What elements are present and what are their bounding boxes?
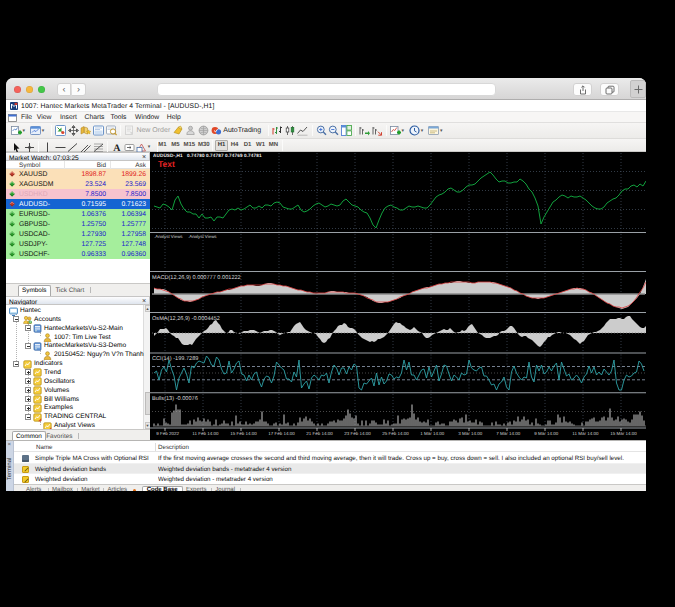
menu-file[interactable]: File [21,114,32,121]
expand-icon[interactable] [25,378,31,384]
timeframe-m5-button[interactable]: M5 [169,140,182,151]
market-watch-row-eurusd[interactable]: EURUSD-1.063761.06394 [6,209,150,219]
arrow-label-icon[interactable] [124,140,135,151]
equidistant-channel-icon[interactable] [80,140,91,151]
market-watch-tab-tick-chart[interactable]: Tick Chart [52,286,87,297]
expand-icon[interactable] [25,396,31,402]
minimize-window-button[interactable] [26,86,33,93]
line-chart-icon[interactable] [297,125,309,137]
terminal-tab-market[interactable]: Market [81,487,99,492]
chevron-down-icon[interactable]: ▾ [42,130,47,134]
text-tool-icon[interactable]: A [111,140,122,151]
terminal-row-simple-triple-ma-cross-with-optional-rsi[interactable]: Simple Triple MA Cross with Optional RSI… [14,453,646,464]
navigator-item-examples[interactable]: Examples [6,403,143,412]
market-watch-row-usdjpy[interactable]: USDJPY-127.725127.748 [6,239,150,249]
address-field[interactable] [157,83,496,96]
menu-charts[interactable]: Charts [85,114,105,121]
navigator-item-20150452-nguy-n-v-n-thanh[interactable]: 20150452: Nguy?n V?n Thanh [6,350,143,359]
market-watch-close-icon[interactable]: × [142,154,146,161]
autotrading-label[interactable]: AutoTrading [223,127,261,134]
navigator-item-analyst-views[interactable]: Analyst Views [6,421,143,429]
navigator-item-indicators[interactable]: Indicators [6,359,143,368]
tile-windows-icon[interactable] [341,125,353,137]
column-ask[interactable]: Ask [135,162,146,169]
navigator-item-trend[interactable]: Trend [6,368,143,377]
market-watch-row-usdhkd[interactable]: USDHKD7.85007.8500 [6,189,150,199]
timeframe-m1-button[interactable]: M1 [156,140,169,151]
expert-advisors-icon[interactable] [185,125,197,137]
auto-scroll-icon[interactable] [359,125,371,137]
timeframe-m15-button[interactable]: M15 [182,140,197,151]
candlestick-chart-icon[interactable] [285,125,297,137]
periods-icon[interactable] [409,125,421,137]
forward-button[interactable]: › [72,83,86,96]
terminal-tab-mailbox[interactable]: Mailbox [52,487,73,492]
terminal-tab-alerts[interactable]: Alerts [26,487,41,492]
templates-icon[interactable] [428,125,440,137]
cursor-icon[interactable] [11,140,22,151]
fibonacci-icon[interactable] [93,140,104,151]
expand-icon[interactable] [25,405,31,411]
column-bid[interactable]: Bid [97,162,106,169]
market-watch-row-gbpusd[interactable]: GBPUSD-1.257501.25777 [6,219,150,229]
navigator-scrollbar[interactable]: ▲ ▼ [143,305,150,429]
shapes-icon[interactable] [136,140,147,151]
market-watch-toggle-icon[interactable] [55,125,67,137]
chevron-down-icon[interactable]: ▾ [440,130,445,134]
menu-window[interactable]: Window [135,114,159,121]
terminal-tab-journal[interactable]: Journal [215,487,235,492]
market-watch-row-usdchf[interactable]: USDCHF-0.963330.96360 [6,249,150,259]
market-watch-row-audusd[interactable]: AUDUSD-0.715950.71623 [6,199,150,209]
zoom-out-icon[interactable] [328,125,340,137]
expand-icon[interactable] [25,369,31,375]
new-chart-icon[interactable] [11,125,23,137]
vertical-line-icon[interactable] [42,140,53,151]
navigator-item-oscillators[interactable]: Oscillators [6,377,143,386]
navigator-item-hantec[interactable]: Hantec [6,306,143,315]
market-watch-row-usdcad[interactable]: USDCAD-1.279301.27958 [6,229,150,239]
menu-help[interactable]: Help [167,114,181,121]
chevron-down-icon[interactable]: ▾ [23,130,28,134]
navigator-item-accounts[interactable]: Accounts [6,315,143,324]
autotrading-icon[interactable] [211,125,223,137]
close-window-button[interactable] [14,86,21,93]
strategy-tester-icon[interactable] [106,125,118,137]
market-watch-row-xauusd[interactable]: XAUUSD1898.871899.26 [6,169,150,179]
chevron-down-icon[interactable]: ▾ [421,130,426,134]
back-button[interactable]: ‹ [57,83,71,96]
collapse-icon[interactable] [13,316,19,322]
navigator-item-volumes[interactable]: Volumes [6,386,143,395]
navigator-item-hantecmarketsvu-s2-main[interactable]: HantecMarketsVu-S2-Main [6,324,143,333]
navigator-item-trading-central[interactable]: TRADING CENTRAL [6,412,143,421]
terminal-tab-code-base[interactable]: Code Base [142,486,183,492]
column-symbol[interactable]: Symbol [19,162,40,169]
trendline-icon[interactable] [67,140,78,151]
share-icon[interactable] [573,83,592,96]
timeframe-m30-button[interactable]: M30 [197,140,212,151]
chevron-down-icon[interactable]: ▾ [402,130,407,134]
navigator-close-icon[interactable]: × [142,298,146,305]
navigator-toggle-icon[interactable] [80,125,92,137]
timeframe-w1-button[interactable]: W1 [254,140,267,151]
new-tab-icon[interactable] [630,80,646,98]
navigator-item-1007-tim-live-test[interactable]: 1007: Tim Live Test [6,333,143,342]
indicators-icon[interactable] [390,125,402,137]
data-window-icon[interactable] [68,125,80,137]
zoom-window-button[interactable] [38,86,45,93]
crosshair-icon[interactable] [24,140,35,151]
zoom-in-icon[interactable] [316,125,328,137]
chart-area[interactable]: AUDUSD-,H1 0.74780 0.74787 0.74769 0.747… [150,152,646,440]
timeframe-d1-button[interactable]: D1 [241,140,254,151]
collapse-icon[interactable] [25,343,31,349]
collapse-icon[interactable] [25,325,31,331]
chevron-down-icon[interactable]: ▾ [148,146,153,150]
menu-tools[interactable]: Tools [111,114,127,121]
terminal-row-weighted-deviation[interactable]: Weighted deviationWeighted deviation - m… [14,474,646,485]
menu-view[interactable]: View [37,114,52,121]
timeframe-mn-button[interactable]: MN [267,140,280,151]
bar-chart-icon[interactable] [272,125,284,137]
market-watch-row-xagusdm[interactable]: XAGUSDM23.52423.569 [6,179,150,189]
community-icon[interactable] [198,125,210,137]
horizontal-line-icon[interactable] [55,140,66,151]
market-watch-tab-symbols[interactable]: Symbols [18,285,51,296]
